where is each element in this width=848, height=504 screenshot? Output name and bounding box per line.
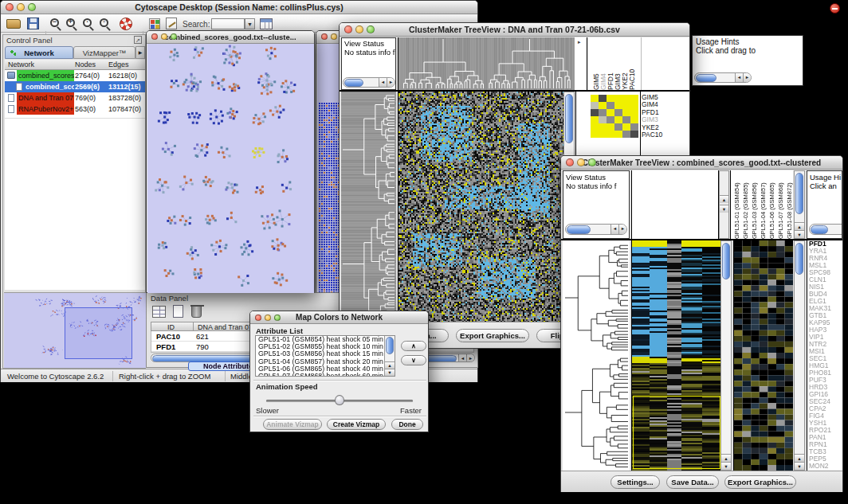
matrix-cell[interactable]: [622, 131, 630, 138]
attribute-listbox[interactable]: GPL51-01 (GSM854) heat shock 05 minGPL51…: [255, 335, 395, 377]
scroll-down-icon[interactable]: ▼: [385, 369, 395, 376]
matrix-cell[interactable]: [599, 109, 607, 116]
fragment-hscroll-thumb[interactable]: [696, 74, 716, 82]
close-icon[interactable]: [6, 3, 14, 11]
matrix-cell[interactable]: [591, 109, 599, 116]
gene-label[interactable]: HAP3: [809, 326, 842, 334]
matrix-cell[interactable]: [630, 123, 638, 131]
treeview1-titlebar[interactable]: ClusterMaker TreeView : DNA and Tran 07-…: [340, 23, 689, 37]
matrix-cell[interactable]: [607, 109, 614, 116]
attribute-item[interactable]: GPL51-01 (GSM854) heat shock 05 min: [256, 336, 383, 343]
matrix-cell[interactable]: [599, 95, 607, 102]
map-dialog-window-controls[interactable]: [255, 315, 281, 321]
treeview2-titlebar[interactable]: ClusterMaker TreeView : combined_scores_…: [561, 156, 842, 170]
scroll-right-icon[interactable]: ►: [387, 78, 395, 87]
matrix-cell[interactable]: [607, 95, 614, 102]
tv1-row-dendrogram[interactable]: [341, 92, 396, 322]
scroll-up-icon[interactable]: ▲: [721, 454, 731, 462]
tab-network[interactable]: Network: [5, 46, 73, 59]
tv2-gene-list[interactable]: PFD1YRA1RNR4MSL1SPC98CLN1NIS1BUD4ELG1MAK…: [807, 240, 842, 471]
tv2-collabel-vscrollbar[interactable]: ▲ ▼: [794, 170, 805, 239]
close-icon[interactable]: [151, 33, 158, 40]
tv2-status-hscrollbar[interactable]: ◄ ►: [565, 224, 627, 235]
slider-thumb[interactable]: [335, 395, 344, 405]
zoom-window-icon[interactable]: [367, 25, 375, 33]
scroll-up-icon[interactable]: ▲: [795, 222, 804, 230]
matrix-cell[interactable]: [591, 95, 599, 102]
tv2-heatmap-vscroll-thumb[interactable]: [722, 243, 730, 279]
tv1-export-graphics-button[interactable]: Export Graphics...: [456, 329, 529, 342]
dp-new-doc-icon[interactable]: [173, 305, 183, 318]
matrix-cell[interactable]: [614, 109, 622, 116]
close-icon[interactable]: [344, 25, 352, 33]
matrix-cell[interactable]: [630, 116, 638, 123]
tv1-status-hscrollbar[interactable]: ◄ ►: [343, 77, 395, 88]
tv1-column-dendrogram[interactable]: [398, 37, 574, 90]
animation-slider[interactable]: [266, 394, 413, 407]
zoom-in-icon[interactable]: +: [66, 18, 75, 27]
scroll-down-icon[interactable]: ▼: [795, 462, 804, 470]
gene-label[interactable]: GTB1: [809, 312, 842, 319]
attribute-item[interactable]: GPL51-07 (GSM868) heat shock 60 min: [256, 373, 383, 377]
gene-label[interactable]: MAK31: [809, 305, 842, 312]
close-icon[interactable]: [321, 33, 328, 40]
tv2-usage-hscrollbar[interactable]: [809, 224, 842, 235]
minimize-icon[interactable]: [577, 158, 585, 166]
matrix-cell[interactable]: [591, 102, 599, 109]
tv2-settings-button[interactable]: Settings...: [610, 475, 660, 489]
attribute-down-button[interactable]: ∨: [401, 355, 426, 365]
dp-grid-icon[interactable]: [152, 306, 166, 318]
matrix-cell[interactable]: [607, 102, 614, 109]
gene-label[interactable]: YSH1: [809, 420, 842, 427]
zoom-window-icon[interactable]: [171, 33, 177, 40]
network-row[interactable]: combined_sco2569(6)13112(15): [5, 81, 145, 92]
minimize-icon[interactable]: [17, 3, 25, 11]
scroll-up-icon[interactable]: ▲: [795, 454, 804, 462]
scroll-left-icon[interactable]: ◄: [610, 225, 618, 234]
matrix-cell[interactable]: [599, 116, 607, 123]
gene-label[interactable]: RPN1: [809, 441, 842, 448]
help-lifering-icon[interactable]: [120, 18, 132, 30]
matrix-cell[interactable]: [630, 95, 638, 102]
gene-label[interactable]: PFD1: [809, 240, 842, 248]
gene-label[interactable]: HMG1: [809, 362, 842, 369]
gene-label[interactable]: CLN1: [809, 276, 842, 283]
gene-label[interactable]: RNR4: [809, 255, 842, 262]
gene-label[interactable]: PHO81: [809, 369, 842, 377]
gene-label[interactable]: VIP1: [809, 334, 842, 341]
tv1-status-hscroll-thumb[interactable]: [344, 79, 363, 87]
matrix-cell[interactable]: [614, 131, 622, 138]
gene-label[interactable]: HRD3: [809, 384, 842, 391]
minimize-icon[interactable]: [331, 33, 337, 40]
tv1-splitter-strip[interactable]: ▸: [575, 37, 587, 90]
close-icon[interactable]: [255, 315, 261, 321]
gene-label[interactable]: ELG1: [809, 298, 842, 305]
gene-label[interactable]: KAP95: [809, 319, 842, 326]
tv2-heatmap-vscrollbar[interactable]: ▲ ▼: [720, 240, 732, 471]
control-panel-float-icon[interactable]: ↗: [134, 36, 142, 44]
tab-more-button[interactable]: ▶: [135, 46, 145, 59]
gene-label[interactable]: PAN1: [809, 434, 842, 441]
search-dropdown[interactable]: ▼: [245, 18, 255, 29]
matrix-cell[interactable]: [614, 95, 622, 102]
matrix-cell[interactable]: [599, 131, 607, 138]
animate-vizmap-button[interactable]: Animate Vizmap: [263, 419, 322, 430]
network-row[interactable]: RNAPuberNov2+!563(0)107847(0): [5, 104, 145, 115]
matrix-cell[interactable]: [614, 123, 622, 131]
scroll-right-icon[interactable]: ►: [618, 225, 626, 234]
zoom-window-icon[interactable]: [28, 3, 36, 11]
matrix-cell[interactable]: [591, 116, 599, 123]
matrix-cell[interactable]: [614, 102, 622, 109]
gene-label[interactable]: MSI1: [809, 348, 842, 355]
tab-vizmapper[interactable]: VizMapper™: [73, 46, 135, 59]
minimize-icon[interactable]: [265, 315, 271, 321]
scroll-up-icon[interactable]: ▲: [385, 361, 395, 369]
tv2-zoom-vscroll-thumb[interactable]: [795, 243, 803, 275]
gene-label[interactable]: BUD4: [809, 291, 842, 298]
tv2-colarea-arrows[interactable]: ▲ ▼: [719, 170, 729, 239]
save-icon[interactable]: [27, 18, 39, 29]
gene-label[interactable]: FIG4: [809, 412, 842, 420]
matrix-cell[interactable]: [614, 116, 622, 123]
minimize-icon[interactable]: [161, 33, 167, 40]
attribute-vscrollbar[interactable]: ▲ ▼: [384, 336, 395, 376]
